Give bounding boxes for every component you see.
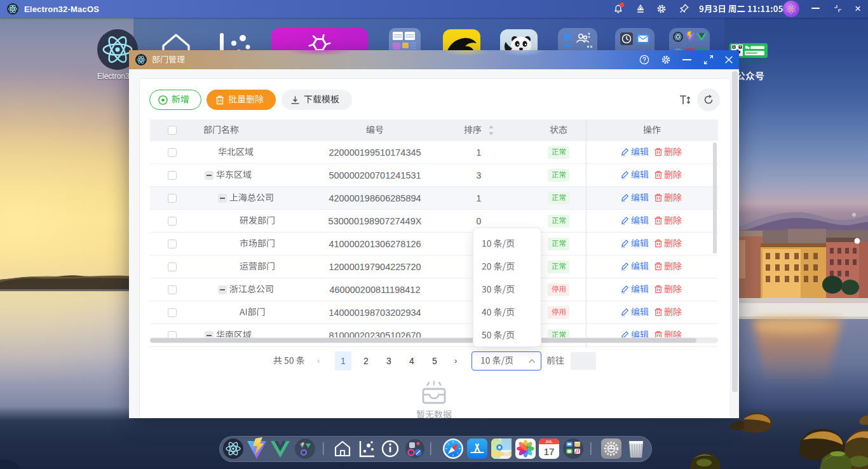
- svg-text:JUL: JUL: [545, 440, 553, 444]
- svg-text:17: 17: [544, 446, 555, 457]
